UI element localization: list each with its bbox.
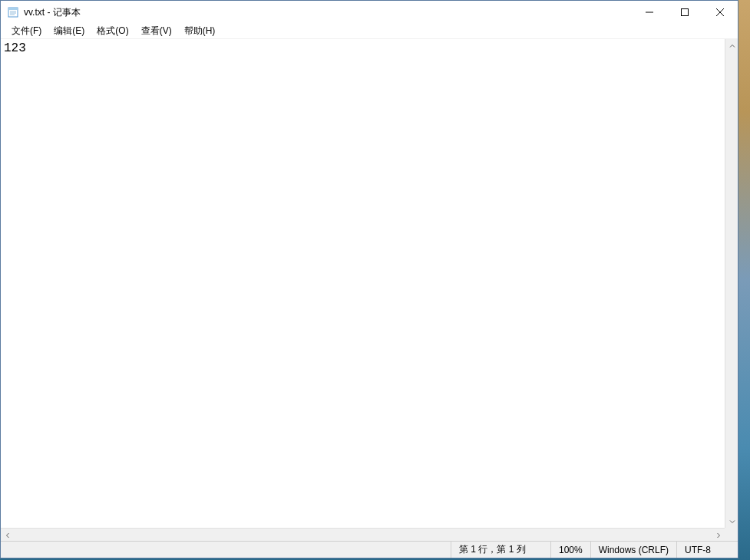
svg-rect-6 (682, 8, 689, 15)
statusbar: 第 1 行，第 1 列 100% Windows (CRLF) UTF-8 (1, 541, 738, 558)
minimize-button[interactable] (632, 1, 667, 23)
svg-rect-1 (8, 8, 18, 10)
scroll-left-icon[interactable] (1, 529, 14, 541)
window-controls (632, 1, 738, 23)
maximize-button[interactable] (667, 1, 702, 23)
scroll-track-vertical[interactable] (725, 52, 738, 515)
scroll-track-horizontal[interactable] (14, 529, 712, 541)
menu-help[interactable]: 帮助(H) (178, 23, 222, 39)
menu-format[interactable]: 格式(O) (91, 23, 134, 39)
window-title: vv.txt - 记事本 (24, 6, 81, 19)
menubar: 文件(F) 编辑(E) 格式(O) 查看(V) 帮助(H) (1, 24, 738, 39)
menu-file[interactable]: 文件(F) (5, 23, 48, 39)
horizontal-scrollbar[interactable] (1, 528, 725, 541)
scroll-down-icon[interactable] (725, 515, 738, 528)
menu-edit[interactable]: 编辑(E) (48, 23, 91, 39)
notepad-window: vv.txt - 记事本 文件(F) 编辑(E) 格式(O) 查看(V) 帮助(… (0, 0, 738, 558)
bottom-scroll-row (1, 528, 738, 541)
menu-view[interactable]: 查看(V) (135, 23, 178, 39)
notepad-icon (7, 6, 19, 18)
scroll-right-icon[interactable] (712, 529, 725, 541)
vertical-scrollbar[interactable] (725, 39, 738, 528)
status-position: 第 1 行，第 1 列 (451, 542, 550, 558)
content-area (1, 39, 738, 541)
close-button[interactable] (702, 1, 738, 23)
status-encoding: UTF-8 (676, 542, 738, 558)
status-line-ending: Windows (CRLF) (590, 542, 676, 558)
text-wrapper (1, 39, 738, 528)
titlebar[interactable]: vv.txt - 记事本 (1, 1, 738, 24)
scroll-up-icon[interactable] (725, 39, 738, 52)
status-zoom: 100% (550, 542, 590, 558)
scroll-corner (725, 528, 738, 541)
text-editor[interactable] (1, 39, 725, 528)
